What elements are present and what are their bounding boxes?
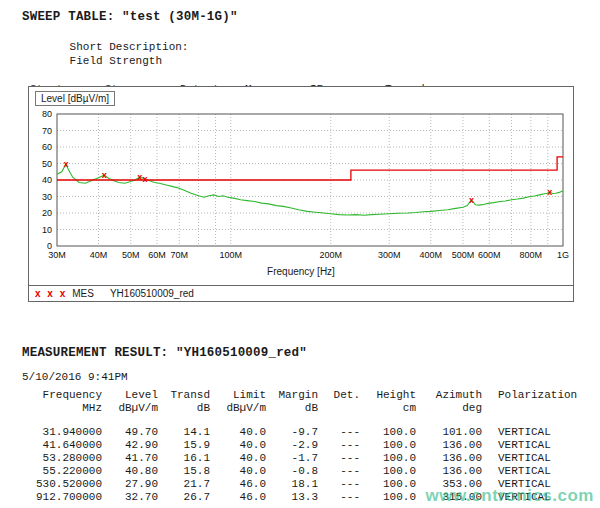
measurement-cell: 40.0 <box>210 452 266 465</box>
measurement-table-header: FrequencyLevelTransdLimitMarginDet.Heigh… <box>22 389 588 415</box>
short-description-row: Short Description: Field Strength <box>22 26 582 82</box>
measurement-cell: dB <box>266 402 318 415</box>
x-tick-label: 60M <box>148 250 166 260</box>
measurement-cell: -9.7 <box>266 426 318 439</box>
measurement-cell: --- <box>318 439 360 452</box>
measurement-cell: 136.00 <box>416 452 482 465</box>
y-axis-title: Level [dBµV/m] <box>35 91 115 106</box>
peak-marker: x <box>547 187 552 197</box>
peak-marker: x <box>469 195 474 205</box>
measurement-cell: 27.90 <box>102 478 158 491</box>
x-tick-label: 40M <box>90 250 108 260</box>
measurement-cell: dBµV/m <box>102 402 158 415</box>
measurement-cell: Det. <box>318 389 360 402</box>
measurement-cell: 40.0 <box>210 439 266 452</box>
y-tick-label: 60 <box>42 142 52 152</box>
short-description-value: Field Strength <box>70 55 162 67</box>
measurement-cell <box>482 402 578 415</box>
measurement-cell: 40.0 <box>210 465 266 478</box>
y-tick-label: 70 <box>42 126 52 136</box>
measurement-cell: 53.280000 <box>22 452 102 465</box>
x-tick-label: 500M <box>452 250 475 260</box>
measurement-cell: 46.0 <box>210 478 266 491</box>
measurement-cell: 15.8 <box>158 465 210 478</box>
measurement-cell: 136.00 <box>416 439 482 452</box>
measurement-cell: 100.0 <box>360 439 416 452</box>
measurement-trace <box>57 164 563 215</box>
measurement-cell: 100.0 <box>360 478 416 491</box>
measurement-cell: Margin <box>266 389 318 402</box>
measurement-result-section: MEASUREMENT RESULT: "YH160510009_red" 5/… <box>22 346 588 504</box>
measurement-cell: 40.0 <box>210 426 266 439</box>
peak-marker: x <box>143 174 148 184</box>
legend-trace-name: YH160510009_red <box>110 288 194 299</box>
measurement-cell: Level <box>102 389 158 402</box>
measurement-units-row: MHzdBµV/mdBdBµV/mdB cmdeg <box>22 402 588 415</box>
x-tick-label: 400M <box>420 250 443 260</box>
measurement-row: 53.28000041.7016.140.0-1.7---100.0136.00… <box>22 452 588 465</box>
measurement-cell: 26.7 <box>158 491 210 504</box>
measurement-cell: 100.0 <box>360 465 416 478</box>
measurement-cell: 42.90 <box>102 439 158 452</box>
measurement-cell: MHz <box>22 402 102 415</box>
y-tick-label: 50 <box>42 159 52 169</box>
measurement-cell: VERTICAL <box>482 465 578 478</box>
measurement-cell: --- <box>318 478 360 491</box>
measurement-cell: -1.7 <box>266 452 318 465</box>
level-chart-frame: Level [dBµV/m] 0102030405060708030M40M50… <box>28 86 574 286</box>
measurement-cell: 46.0 <box>210 491 266 504</box>
x-tick-label: 200M <box>319 250 342 260</box>
measurement-row: 31.94000049.7014.140.0-9.7---100.0101.00… <box>22 426 588 439</box>
measurement-cell: 32.70 <box>102 491 158 504</box>
measurement-datetime: 5/10/2016 9:41PM <box>22 371 588 383</box>
sweep-table-title: SWEEP TABLE: "test (30M-1G)" <box>22 10 582 24</box>
measurement-cell: -0.8 <box>266 465 318 478</box>
x-axis-title: Frequency [Hz] <box>29 266 573 277</box>
measurement-cell: Polarization <box>482 389 578 402</box>
x-tick-label: 50M <box>122 250 140 260</box>
measurement-row: 41.64000042.9015.940.0-2.9---100.0136.00… <box>22 439 588 452</box>
measurement-cell: dBµV/m <box>210 402 266 415</box>
measurement-cell: deg <box>416 402 482 415</box>
measurement-cell: 55.220000 <box>22 465 102 478</box>
limit-line <box>57 157 563 180</box>
measurement-cell: 100.0 <box>360 426 416 439</box>
measurement-cell: VERTICAL <box>482 452 578 465</box>
y-tick-label: 40 <box>42 175 52 185</box>
x-tick-label: 1G <box>557 250 569 260</box>
measurement-cell: dB <box>158 402 210 415</box>
measurement-cell <box>318 402 360 415</box>
measurement-cell: 100.0 <box>360 452 416 465</box>
measurement-cell: 15.9 <box>158 439 210 452</box>
x-tick-label: 600M <box>478 250 501 260</box>
measurement-cell: --- <box>318 491 360 504</box>
measurement-cell: 41.70 <box>102 452 158 465</box>
measurement-cell: Azimuth <box>416 389 482 402</box>
measurement-header-row: FrequencyLevelTransdLimitMarginDet.Heigh… <box>22 389 588 402</box>
measurement-cell: -2.9 <box>266 439 318 452</box>
x-tick-label: 300M <box>378 250 401 260</box>
legend-series-name: MES <box>72 288 94 299</box>
measurement-cell: cm <box>360 402 416 415</box>
measurement-cell: 41.640000 <box>22 439 102 452</box>
measurement-cell: 16.1 <box>158 452 210 465</box>
measurement-cell: --- <box>318 465 360 478</box>
measurement-cell: 49.70 <box>102 426 158 439</box>
measurement-cell: 31.940000 <box>22 426 102 439</box>
x-tick-label: 70M <box>171 250 189 260</box>
measurement-cell: 13.3 <box>266 491 318 504</box>
watermark: www.cntronics.com <box>426 486 594 506</box>
measurement-row: 55.22000040.8015.840.0-0.8---100.0136.00… <box>22 465 588 478</box>
x-tick-label: 800M <box>520 250 543 260</box>
measurement-cell: Transd <box>158 389 210 402</box>
y-tick-label: 30 <box>42 192 52 202</box>
y-tick-label: 80 <box>42 109 52 119</box>
measurement-cell: Frequency <box>22 389 102 402</box>
measurement-cell: VERTICAL <box>482 426 578 439</box>
y-tick-label: 10 <box>42 225 52 235</box>
measurement-cell: Limit <box>210 389 266 402</box>
measurement-cell: 18.1 <box>266 478 318 491</box>
short-description-label: Short Description: <box>70 40 285 54</box>
measurement-result-title: MEASUREMENT RESULT: "YH160510009_red" <box>22 346 588 360</box>
level-chart: 0102030405060708030M40M50M60M70M100M200M… <box>29 109 573 267</box>
